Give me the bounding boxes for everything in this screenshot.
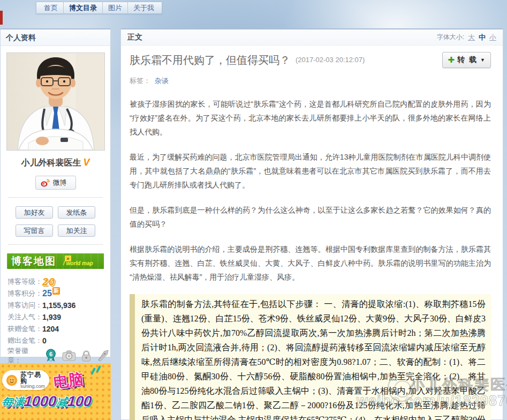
divider	[8, 197, 103, 198]
profile-actions: 加好友 发纸条 写留言 加关注	[1, 206, 110, 237]
stat-followers: 关注人气： 1,939	[7, 311, 110, 323]
stat-label: 获赠金笔：	[7, 324, 42, 334]
suning-brand-name: 苏宁易购	[20, 371, 46, 384]
font-size-small[interactable]: 小	[489, 33, 496, 42]
stat-label: 赠出金笔：	[7, 336, 42, 346]
stat-visits: 博客访问： 1,155,936	[7, 299, 110, 311]
stat-level: 博客等级： 20	[7, 276, 110, 288]
ad-promo-part: 100	[67, 393, 93, 409]
ad-product-text: 电脑	[52, 369, 85, 393]
tags-label: 标签：	[130, 77, 150, 85]
font-size-control: 字体大小: 大 中 小	[437, 33, 496, 42]
post-paragraph: 但是，肤乐霜到底是一种什么样的药？为什么这么神奇，以至于让这么多家长趋之若鹜？它…	[130, 203, 491, 231]
stat-pens-given: 赠出金笔： 0	[7, 335, 110, 347]
stat-label: 博客访问：	[7, 301, 42, 310]
medal-6-icon[interactable]: 6	[44, 348, 57, 363]
font-size-label: 字体大小:	[437, 33, 464, 42]
nav-item-pictures[interactable]: 图片	[102, 2, 127, 14]
profile-sidebar: 个人资料	[0, 28, 111, 357]
stat-label: 关注人气：	[7, 312, 42, 322]
clipped-logo	[0, 11, 3, 25]
write-message-button[interactable]: 写留言	[16, 224, 53, 237]
send-note-button[interactable]: 发纸条	[58, 206, 95, 219]
post-paragraph: 最近，为了缓解买药难的问题，北京市医院管理局出通知，允许13种儿童用医院制剂在市…	[130, 150, 491, 192]
suning-brand-text: 苏宁易购 suning.com	[20, 371, 46, 389]
post-title-row: 肤乐霜不用代购了，但值得买吗？ (2017-02-03 20:12:07) ✚ …	[130, 52, 491, 68]
stat-label: 博客等级：	[7, 277, 42, 287]
post-paragraph: 被孩子湿疹困扰的家长，可能听说过“肤乐霜”这个药，这是首都儿科研究所自己院内配置…	[130, 97, 491, 139]
profile-photo	[6, 52, 105, 151]
article-header: 正文 字体大小: 大 中 小	[121, 29, 503, 46]
ad-promo-part: 减	[56, 396, 68, 408]
suning-lion-icon	[5, 373, 18, 387]
stat-score: 博客积分： 25 新	[7, 288, 110, 299]
stat-label: 荣誉徽章：	[7, 346, 40, 365]
blog-map-subtitle: / world map	[63, 260, 93, 266]
stat-value: 0	[42, 336, 47, 345]
stat-label: 博客积分：	[7, 289, 42, 298]
profile-title: 个人资料	[1, 29, 110, 46]
svg-text:6: 6	[49, 351, 52, 357]
stat-honor-badges: 荣誉徽章： 6	[7, 347, 110, 365]
blog-map-title: 博客地图	[11, 254, 56, 268]
stat-value: 1204	[42, 325, 59, 333]
suning-ad-banner[interactable]: 苏宁易购 suning.com 电脑 每满1000减100	[0, 363, 111, 420]
blog-stats: 博客等级： 20 博客积分： 25 新 博客访问： 1,155,936 关注人气…	[7, 276, 110, 365]
suning-domain: suning.com	[20, 384, 46, 389]
divider	[8, 244, 103, 245]
nav-item-about[interactable]: 关于我	[127, 2, 160, 14]
ad-promo-part: 1000	[23, 393, 57, 409]
weibo-button[interactable]: 微博	[35, 176, 76, 190]
article-panel: 正文 字体大小: 大 中 小 肤乐霜不用代购了，但值得买吗？ (2017-02-…	[120, 28, 503, 420]
post-title: 肤乐霜不用代购了，但值得买吗？	[130, 52, 290, 68]
ad-promo-part: 每满	[1, 396, 25, 408]
blog-map-banner[interactable]: 博客地图 » / world map	[7, 253, 104, 269]
nav-item-blog-index[interactable]: 博文目录	[63, 2, 102, 14]
ad-slash-icon	[96, 365, 101, 373]
blog-post: 肤乐霜不用代购了，但值得买吗？ (2017-02-03 20:12:07) ✚ …	[121, 46, 503, 420]
camera-icon[interactable]	[62, 349, 76, 362]
stat-value: 25	[42, 289, 52, 298]
weibo-button-label: 微博	[53, 178, 67, 188]
repost-label: 转 载	[457, 55, 478, 65]
pen-nib-icon[interactable]	[96, 349, 110, 363]
stat-value: 1,155,936	[42, 301, 75, 310]
repost-button[interactable]: ✚ 转 载 ▼	[442, 52, 491, 68]
suning-brand-pill: 苏宁易购 suning.com	[2, 370, 49, 390]
add-friend-button[interactable]: 加好友	[16, 206, 53, 219]
blog-page: 首页 博文目录 图片 关于我 个人资料	[0, 0, 507, 420]
stat-value: 1,939	[42, 313, 61, 321]
top-nav: 首页 博文目录 图片 关于我	[36, 2, 162, 14]
tag-link-zatan[interactable]: 杂谈	[155, 77, 169, 85]
post-paragraph: 根据肤乐霜的说明书的介绍，主要成份是荆芥穗、连翘等。根据中国专利数据库里查到的制…	[130, 242, 491, 284]
tags-row: 标签： 杂谈	[130, 76, 491, 86]
nav-item-home[interactable]: 首页	[39, 2, 63, 14]
profile-name-row: 小儿外科裴医生V	[1, 157, 110, 169]
stat-pens-received: 获赠金笔： 1204	[7, 323, 110, 335]
blogger-name[interactable]: 小儿外科裴医生	[21, 158, 81, 167]
lock-icon[interactable]	[81, 349, 92, 363]
section-title: 正文	[127, 33, 142, 42]
font-size-medium[interactable]: 中	[479, 33, 486, 42]
follow-button[interactable]: 加关注	[58, 224, 95, 237]
stat-value: 20	[42, 276, 55, 288]
new-badge: 新	[52, 287, 60, 295]
plus-icon: ✚	[448, 55, 455, 65]
verified-v-icon: V	[83, 157, 89, 168]
ad-slash-icon	[90, 368, 96, 375]
ad-promo-text: 每满1000减100	[1, 393, 92, 410]
caret-down-icon: ▼	[480, 57, 485, 63]
weibo-icon	[41, 179, 50, 187]
patent-quote-block: 肤乐霜的制备方法,其特征在于,包括以下步骤： 一、清膏的提取浓缩:(1)、称取荆…	[130, 294, 491, 420]
post-date: (2017-02-03 20:12:07)	[296, 52, 365, 68]
font-size-large[interactable]: 大	[468, 33, 475, 42]
